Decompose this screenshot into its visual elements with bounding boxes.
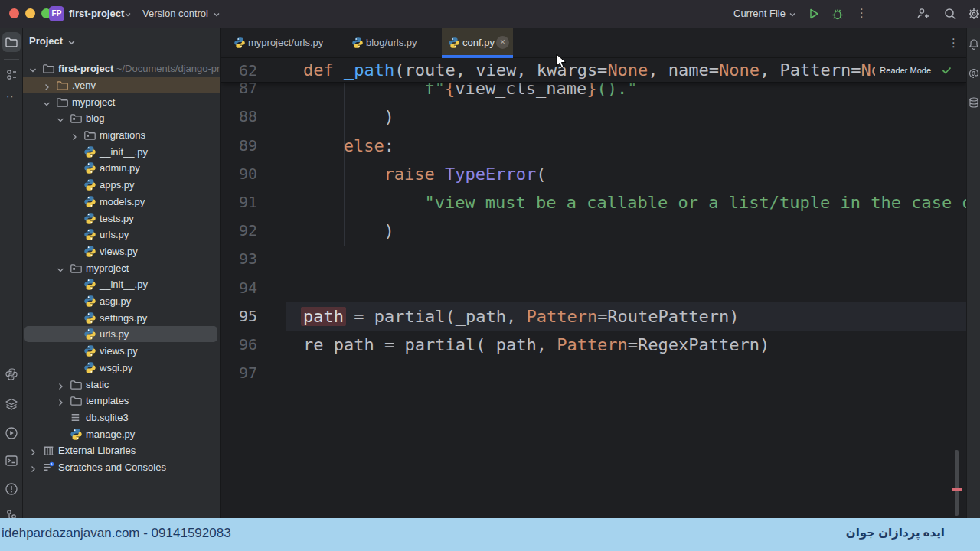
scrollbar-thumb[interactable]	[955, 450, 959, 516]
tree-item-db-sqlite3[interactable]: db.sqlite3	[23, 409, 221, 426]
python-icon	[83, 178, 96, 191]
tree-item-myproject[interactable]: myproject	[23, 260, 221, 277]
version-control-menu[interactable]: Version control	[142, 8, 208, 19]
python-icon	[83, 344, 96, 357]
folder-icon	[70, 378, 83, 391]
structure-tool-icon[interactable]	[5, 397, 18, 411]
notifications-icon[interactable]	[968, 38, 980, 51]
tree-item-static[interactable]: static	[23, 377, 221, 393]
search-everywhere-button[interactable]	[942, 6, 958, 21]
code-line-88[interactable]: 88)	[221, 103, 966, 131]
chevron-down-icon[interactable]	[28, 64, 38, 73]
folder-icon	[56, 96, 69, 109]
code-line-95[interactable]: 95path = partial(_path, Pattern=RoutePat…	[221, 302, 966, 331]
run-tool-icon[interactable]	[5, 426, 18, 440]
code-line-89[interactable]: 89else:	[221, 132, 966, 160]
run-button[interactable]	[806, 6, 822, 21]
package-icon	[83, 129, 96, 142]
settings-button[interactable]	[966, 6, 980, 21]
ai-assistant-icon[interactable]	[968, 67, 980, 80]
code-line-92[interactable]: 92)	[221, 217, 966, 245]
chevron-right-icon[interactable]	[28, 446, 38, 455]
tab-myproject-urls-py[interactable]: myproject/urls.py	[227, 28, 345, 57]
python-icon	[83, 328, 96, 341]
tree-item-models-py[interactable]: models.py	[23, 194, 221, 210]
terminal-tool-icon[interactable]	[5, 454, 18, 468]
database-tool-icon[interactable]	[968, 96, 980, 109]
python-file-icon	[351, 37, 364, 49]
project-tool-icon[interactable]	[5, 35, 18, 49]
tree-item-views-py[interactable]: views.py	[23, 343, 221, 360]
run-configuration-selector[interactable]: Current File	[733, 8, 786, 19]
code-line-93[interactable]: 93	[221, 245, 966, 273]
more-tool-windows-icon[interactable]: ··	[6, 90, 15, 102]
project-tree: first-project ~/Documents/django-proj.ve…	[23, 28, 221, 518]
code-area[interactable]: 87f"{view_cls_name}()."88)89else:90raise…	[221, 58, 966, 518]
folder-icon	[70, 394, 83, 407]
tree-item-urls-py[interactable]: urls.py	[23, 326, 221, 343]
chevron-right-icon[interactable]	[70, 131, 79, 140]
code-line-90[interactable]: 90raise TypeError(	[221, 160, 966, 188]
tree-item-blog[interactable]: blog	[23, 110, 221, 127]
python-file-icon	[448, 37, 460, 49]
pycharm-window: FP first-project Version control Current…	[0, 0, 980, 551]
chevron-right-icon[interactable]	[56, 396, 65, 406]
tab-conf-py[interactable]: conf.py×	[442, 28, 513, 57]
code-with-me-button[interactable]	[915, 6, 930, 21]
debug-button[interactable]	[830, 6, 845, 21]
code-line-96[interactable]: 96re_path = partial(_path, Pattern=Regex…	[221, 331, 966, 359]
tree-item-settings-py[interactable]: settings.py	[23, 310, 221, 327]
tree-item-wsgi-py[interactable]: wsgi.py	[23, 360, 221, 377]
more-actions-button[interactable]: ⋮	[856, 6, 867, 20]
divider	[4, 59, 19, 60]
tree-item-urls-py[interactable]: urls.py	[23, 227, 221, 243]
editor-tab-bar: myproject/urls.pyblog/urls.pyconf.py×	[221, 28, 966, 58]
chevron-right-icon[interactable]	[42, 81, 51, 90]
chevron-right-icon[interactable]	[56, 380, 65, 390]
folder-icon	[42, 62, 55, 75]
mouse-cursor	[556, 54, 568, 70]
tree-item-apps-py[interactable]: apps.py	[23, 177, 221, 194]
tree-item-templates[interactable]: templates	[23, 393, 221, 409]
tree-item--init-py[interactable]: __init__.py	[23, 276, 221, 293]
tree-item-views-py[interactable]: views.py	[23, 243, 221, 260]
tree-item-myproject[interactable]: myproject	[23, 94, 221, 111]
tree-item-external-libraries[interactable]: External Libraries	[23, 442, 221, 459]
close-window-button[interactable]	[9, 8, 19, 18]
tree-item-manage-py[interactable]: manage.py	[23, 426, 221, 443]
tree-item-scratches-and-consoles[interactable]: Scratches and Consoles	[23, 459, 221, 476]
watermark-website: idehpardazanjavan.com - 09141592083	[2, 526, 231, 541]
chevron-down-icon[interactable]	[42, 98, 51, 107]
code-line-94[interactable]: 94	[221, 274, 966, 302]
library-icon	[42, 444, 55, 457]
tree-item-migrations[interactable]: migrations	[23, 127, 221, 144]
problems-tool-icon[interactable]	[5, 482, 18, 496]
chevron-right-icon[interactable]	[28, 463, 38, 472]
left-tool-window-bar: ··	[0, 28, 23, 518]
python-packages-tool-icon[interactable]	[5, 367, 18, 381]
python-icon	[83, 311, 96, 324]
chevron-down-icon	[213, 11, 220, 18]
minimize-window-button[interactable]	[25, 8, 35, 18]
tree-item-admin-py[interactable]: admin.py	[23, 160, 221, 177]
python-icon	[83, 212, 96, 225]
inspection-ok-icon[interactable]	[941, 64, 952, 76]
tree-item--init-py[interactable]: __init__.py	[23, 144, 221, 161]
tree-item-tests-py[interactable]: tests.py	[23, 210, 221, 227]
python-icon	[83, 278, 96, 291]
reader-mode-label[interactable]: Reader Mode	[875, 61, 936, 80]
commit-tool-icon[interactable]	[5, 67, 18, 81]
tree-item-asgi-py[interactable]: asgi.py	[23, 293, 221, 310]
tree-item--venv[interactable]: .venv	[23, 77, 221, 94]
tab-options-button[interactable]: ⋮	[948, 34, 960, 52]
tree-item-first-project[interactable]: first-project ~/Documents/django-proj	[23, 60, 221, 77]
python-icon	[83, 361, 96, 374]
chevron-down-icon[interactable]	[56, 114, 65, 123]
close-tab-icon[interactable]: ×	[496, 36, 509, 49]
code-line-91[interactable]: 91"view must be a callable or a list/tup…	[221, 188, 966, 217]
code-line-97[interactable]: 97	[221, 359, 966, 387]
project-name-menu[interactable]: first-project	[69, 8, 124, 19]
tab-blog-urls-py[interactable]: blog/urls.py	[345, 28, 442, 57]
chevron-down-icon[interactable]	[56, 264, 65, 273]
error-stripe-mark	[952, 488, 962, 491]
